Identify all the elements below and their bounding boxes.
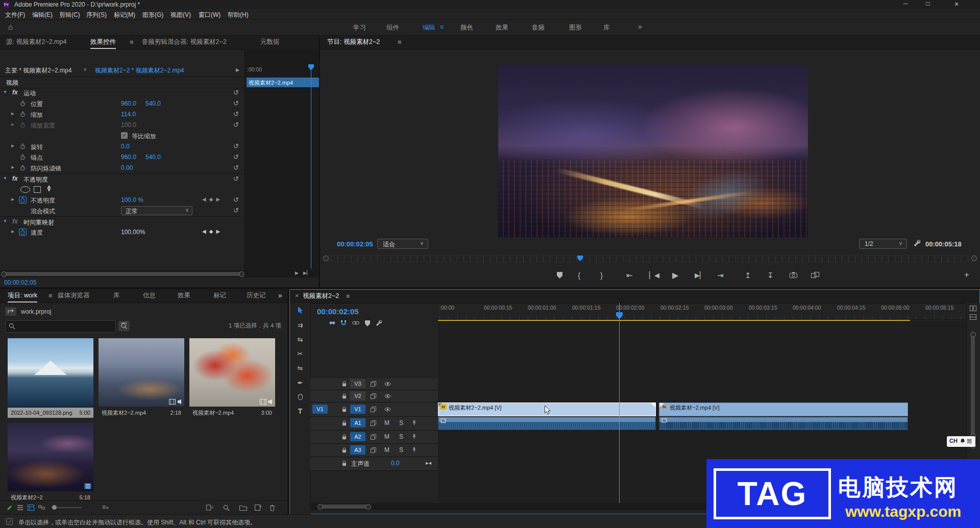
lock-icon[interactable] (342, 407, 347, 412)
step-back-icon[interactable]: ▏◀ (649, 271, 659, 279)
hand-tool-icon[interactable] (290, 393, 310, 400)
solo-button[interactable]: S (399, 446, 403, 454)
timeline-timecode[interactable]: 00:00:02:05 (317, 307, 359, 316)
stopwatch-icon[interactable] (20, 165, 26, 171)
lock-icon[interactable] (342, 381, 347, 387)
add-button-icon[interactable]: + (964, 270, 969, 280)
item-name[interactable]: 视频素材~2.mp4 (192, 408, 234, 418)
fit-dropdown[interactable]: 适合 ∨ (377, 239, 428, 249)
twirl-icon[interactable]: ▶ (11, 165, 14, 169)
reset-icon[interactable]: ↺ (233, 89, 239, 96)
tab-media-browser[interactable]: 媒体浏览器 (58, 289, 90, 301)
mute-button[interactable]: M (384, 419, 389, 426)
effect-group-opacity[interactable]: ▼ fx 不透明度 ↺ (0, 173, 244, 185)
timeline-display-settings-icon[interactable] (970, 306, 976, 311)
mic-icon[interactable] (412, 420, 416, 426)
program-timecode[interactable]: 00:00:02:05 (337, 240, 373, 248)
sort-icon[interactable]: ≡∨ (102, 504, 109, 511)
menu-help[interactable]: 帮助(H) (228, 11, 249, 19)
stopwatch-icon[interactable] (20, 111, 26, 117)
solo-button[interactable]: S (399, 433, 403, 440)
twirl-icon[interactable]: ▶ (11, 111, 14, 115)
tab-audio-mixer[interactable]: 音频剪辑混合器: 视频素材2~2 (142, 36, 227, 48)
eye-icon[interactable] (384, 382, 391, 386)
twirl-icon[interactable]: ▶ (11, 229, 14, 233)
freeform-view-icon[interactable] (38, 505, 45, 511)
snap-magnet-icon[interactable] (340, 320, 347, 326)
tab-info[interactable]: 信息 (143, 289, 156, 301)
clip-audio-2[interactable]: fx (659, 417, 908, 430)
item-name[interactable]: 2022-10-04_093128.png (11, 408, 72, 418)
sync-lock-icon[interactable] (371, 447, 376, 453)
thumbnail-maple[interactable] (189, 338, 275, 407)
menu-view[interactable]: 视图(V) (170, 11, 191, 19)
new-bin-icon[interactable] (239, 505, 247, 511)
effect-group-time-remap[interactable]: ▼ fx 时间重映射 (0, 216, 244, 228)
source-patch-v1[interactable]: V1 (312, 405, 328, 414)
param-value[interactable]: 0.00 (121, 164, 133, 171)
tab-source-monitor[interactable]: 源: 视频素材2~2.mp4 (6, 36, 66, 48)
mute-button[interactable]: M (384, 446, 389, 454)
timeline-ruler[interactable]: :00:00 00:00:00:15 00:00:01:00 00:00:01:… (438, 303, 966, 320)
insert-overwrite-icon[interactable] (329, 320, 336, 326)
timeline-vscrollbar[interactable] (971, 334, 975, 436)
tab-project[interactable]: 项目: work (8, 289, 37, 303)
eye-icon[interactable] (384, 394, 391, 398)
tab-metadata[interactable]: 元数据 (260, 36, 280, 48)
param-value[interactable]: 114.0 (121, 111, 136, 118)
fx-badge-icon[interactable]: fx (12, 175, 18, 182)
mute-button[interactable]: M (384, 433, 389, 440)
slip-tool-icon[interactable]: ⇋ (290, 364, 310, 372)
tab-program-monitor[interactable]: 节目: 视频素材2~2 (327, 36, 380, 48)
pen-tool-icon[interactable]: ✒ (290, 379, 310, 387)
goto-out-icon[interactable]: ⇥ (717, 271, 724, 280)
lock-icon[interactable] (342, 447, 347, 453)
reset-icon[interactable]: ↺ (233, 196, 239, 204)
reset-icon[interactable]: ↺ (233, 99, 239, 107)
reset-icon[interactable]: ↺ (233, 164, 239, 171)
ime-indicator[interactable]: CH 简 (947, 436, 975, 447)
icon-view-icon[interactable] (28, 505, 34, 511)
project-menu-icon[interactable]: ≡ (48, 292, 53, 299)
tab-history[interactable]: 历史记 (247, 289, 276, 301)
fx-badge-icon[interactable]: fx (12, 89, 18, 96)
stopwatch-icon[interactable] (20, 100, 26, 107)
workspace-tab-effects[interactable]: 效果 (496, 21, 508, 34)
menu-window[interactable]: 窗口(W) (199, 11, 220, 19)
tab-sequence[interactable]: 视频素材2~2 (303, 290, 339, 302)
sync-lock-icon[interactable] (371, 420, 376, 426)
type-tool-icon[interactable]: T (290, 407, 310, 415)
menu-edit[interactable]: 编辑(E) (32, 11, 53, 19)
rect-mask-icon[interactable] (34, 186, 41, 193)
program-menu-icon[interactable]: ≡ (398, 38, 402, 46)
thumbnail-fuji[interactable] (8, 338, 93, 407)
export-frame-camera-icon[interactable] (790, 272, 797, 278)
twirl-icon[interactable]: ▶ (11, 197, 14, 201)
track-badge-a2[interactable]: A2 (350, 432, 365, 441)
twirl-icon[interactable]: ▶ (11, 122, 14, 126)
master-track-value[interactable]: 0.0 (391, 460, 400, 467)
keyframe-nav[interactable]: ◀◆▶ (202, 196, 223, 202)
home-icon[interactable]: ⌂ (8, 22, 13, 31)
reset-icon[interactable]: ↺ (233, 153, 239, 161)
twirl-icon[interactable]: ▼ (3, 176, 7, 181)
param-value-y[interactable]: 540.0 (145, 154, 161, 161)
mini-playhead-line[interactable] (311, 64, 311, 268)
clip-audio-1[interactable]: fx (438, 417, 656, 430)
play-in-out-icon[interactable]: ▶▏ (303, 270, 310, 275)
menu-marker[interactable]: 标记(M) (114, 11, 135, 19)
blend-mode-dropdown[interactable]: 正常 ∨ (121, 206, 192, 215)
timeline-playhead-line[interactable] (619, 303, 620, 503)
trash-icon[interactable] (270, 505, 275, 511)
param-value[interactable]: 0.0 (121, 143, 130, 150)
track-badge-a1[interactable]: A1 (350, 418, 365, 428)
output-assignment-icon[interactable]: ▸◂ (426, 460, 431, 466)
workspace-tab-assembly[interactable]: 组件 (386, 21, 399, 34)
timeline-menu-icon[interactable]: ≡ (346, 292, 350, 300)
selection-tool-icon[interactable] (290, 306, 310, 315)
reset-icon[interactable]: ↺ (233, 175, 239, 183)
sync-lock-icon[interactable] (371, 434, 376, 440)
lock-icon[interactable] (342, 461, 347, 466)
stopwatch-icon[interactable] (20, 122, 26, 128)
sync-lock-icon[interactable] (371, 407, 376, 412)
